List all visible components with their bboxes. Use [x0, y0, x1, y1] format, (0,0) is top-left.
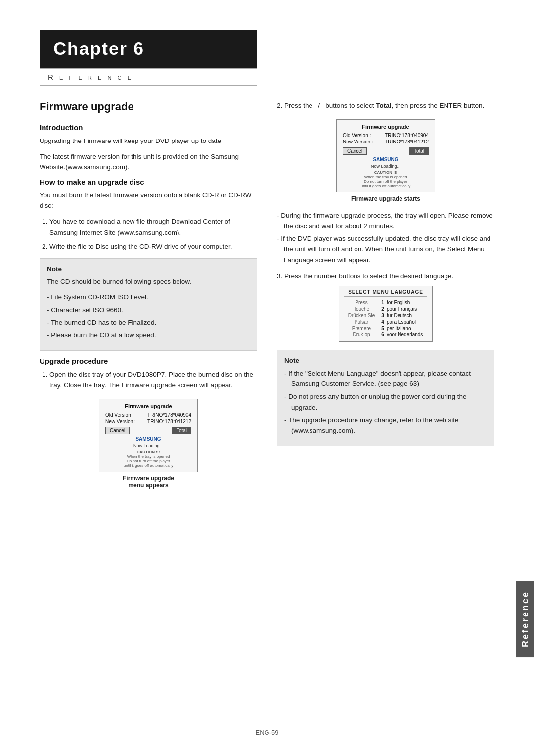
page-footer: ENG-59 [0, 729, 534, 736]
fw-screen1-caption: Firmware upgrademenu appears [40, 475, 257, 489]
note1-list: File System CD-ROM ISO Level. Character … [47, 292, 250, 340]
list-item: Character set ISO 9660. [47, 305, 250, 316]
fw-caution: CAUTION !!! When the tray is opened Do n… [105, 450, 191, 468]
lang-value-5: per Italiano [387, 326, 411, 331]
note2-list: If the "Select Menu Language" doesn't ap… [284, 368, 487, 436]
lang-row-3: Drücken Sie 3 für Deutsch [344, 313, 427, 318]
fw-screen-1-container: Firmware upgrade Old Version : TRINO*178… [40, 399, 257, 489]
lang-value-3: für Deutsch [387, 313, 412, 318]
lang-screen: SELECT MENU LANGUAGE Press 1 for English… [339, 286, 433, 342]
fw2-old-version-row: Old Version : TRINO*178*040904 [343, 133, 429, 138]
intro-p1: Upgrading the Firmware will keep your DV… [40, 136, 257, 146]
section-title: Firmware upgrade [40, 100, 257, 113]
lang-value-4: para Español [387, 319, 416, 325]
lang-num-5: 5 [379, 326, 387, 331]
lang-value-1: for English [387, 300, 410, 305]
lang-label-3: Drücken Sie [344, 313, 379, 318]
page-container: Chapter 6 R e f e r e n c e Firmware upg… [0, 0, 534, 756]
fw-caution-text: CAUTION !!! [137, 450, 160, 454]
fw-screen1-title: Firmware upgrade [105, 403, 191, 409]
fw-caution-sub1: When the tray is opened [127, 454, 170, 459]
during-upgrade-list: During the firmware upgrade process, the… [277, 210, 494, 266]
fw-buttons: Cancel Total [105, 427, 191, 434]
lang-num-1: 1 [379, 300, 387, 305]
fw-cancel-btn: Cancel [105, 427, 130, 434]
note1-title: Note [47, 264, 250, 275]
fw-old-value: TRINO*178*040904 [147, 412, 191, 418]
how-to-title: How to make an upgrade disc [40, 178, 257, 186]
how-to-intro: You must burn the latest firmware versio… [40, 190, 257, 211]
lang-row-5: Premere 5 per Italiano [344, 326, 427, 331]
right-column: 2. Press the / buttons to select Total, … [277, 100, 494, 497]
samsung-logo-2: SAMSUNG [343, 157, 429, 162]
lang-label-5: Premere [344, 326, 379, 331]
list-item: Do not press any button or unplug the po… [284, 391, 487, 413]
lang-row-4: Pulsar 4 para Español [344, 319, 427, 325]
list-item: Please burn the CD at a low speed. [47, 330, 250, 341]
how-to-steps: You have to download a new file through … [40, 216, 257, 252]
fw-caution-sub2: Do not turn off the player [127, 459, 170, 463]
fw2-total-btn: Total [409, 147, 429, 155]
lang-label-1: Press [344, 300, 379, 305]
note1-text: The CD should be burned following specs … [47, 276, 250, 287]
lang-screen-title: SELECT MENU LANGUAGE [344, 289, 427, 297]
page-number: ENG-59 [256, 729, 279, 736]
step3-text: 3. Press the number buttons to select th… [277, 271, 494, 282]
fw2-new-label: New Version : [343, 139, 373, 144]
list-item: File System CD-ROM ISO Level. [47, 292, 250, 303]
samsung-logo: SAMSUNG [105, 436, 191, 442]
fw2-new-value: TRINO*178*041212 [385, 139, 429, 144]
reference-tab: Reference [516, 581, 534, 657]
lang-value-2: pour Français [387, 306, 417, 312]
fw-loading: Now Loading... [105, 443, 191, 448]
fw-old-version-row: Old Version : TRINO*178*040904 [105, 412, 191, 418]
fw2-old-value: TRINO*178*040904 [385, 133, 429, 138]
chapter-title-block: Chapter 6 [40, 30, 257, 68]
fw2-caution-sub1: When the tray is opened [364, 175, 407, 179]
fw-caution-sub3: until it goes off automatically [124, 463, 173, 468]
reference-label: Reference [520, 591, 530, 647]
lang-label-6: Druk op [344, 332, 379, 337]
note2-title: Note [284, 355, 487, 366]
intro-p2: The latest firmware version for this uni… [40, 151, 257, 173]
fw-screen-2: Firmware upgrade Old Version : TRINO*178… [336, 119, 435, 192]
fw-old-label: Old Version : [105, 412, 134, 418]
lang-row-1: Press 1 for English [344, 300, 427, 305]
step2-text: 2. Press the / buttons to select Total, … [277, 100, 494, 111]
chapter-subtitle: R e f e r e n c e [48, 73, 133, 81]
upgrade-proc-title: Upgrade procedure [40, 357, 257, 365]
list-item: The burned CD has to be Finalized. [47, 317, 250, 328]
fw-screen-2-container: Firmware upgrade Old Version : TRINO*178… [277, 119, 494, 202]
chapter-subtitle-block: R e f e r e n c e [40, 68, 257, 86]
fw2-new-version-row: New Version : TRINO*178*041212 [343, 139, 429, 144]
upgrade-steps: Open the disc tray of your DVD1080P7. Pl… [40, 369, 257, 390]
left-column: Firmware upgrade Introduction Upgrading … [40, 100, 257, 497]
lang-num-4: 4 [379, 319, 387, 325]
lang-row-2: Touche 2 pour Français [344, 306, 427, 312]
fw2-caution-text: CAUTION !!! [374, 170, 398, 175]
lang-num-2: 2 [379, 306, 387, 312]
fw-new-value: TRINO*178*041212 [147, 419, 191, 424]
lang-num-6: 6 [379, 332, 387, 337]
fw2-caution-sub3: until it goes off automatically [361, 184, 410, 188]
chapter-title: Chapter 6 [53, 39, 144, 59]
fw2-buttons: Cancel Total [343, 147, 429, 155]
fw-screen2-title: Firmware upgrade [343, 124, 429, 130]
list-item: Open the disc tray of your DVD1080P7. Pl… [49, 369, 257, 390]
note-box-2: Note If the "Select Menu Language" doesn… [277, 350, 494, 446]
list-item: If the DVD player was successfully updat… [277, 234, 494, 266]
fw2-caution: CAUTION !!! When the tray is opened Do n… [343, 170, 429, 188]
list-item: The upgrade procedure may change, refer … [284, 415, 487, 436]
content-area: Firmware upgrade Introduction Upgrading … [40, 100, 494, 497]
lang-label-4: Pulsar [344, 319, 379, 325]
lang-row-6: Druk op 6 voor Nederlands [344, 332, 427, 337]
fw2-old-label: Old Version : [343, 133, 371, 138]
list-item: If the "Select Menu Language" doesn't ap… [284, 368, 487, 389]
fw-screen2-caption: Firmware upgrade starts [277, 195, 494, 202]
list-item: Write the file to Disc using the CD-RW d… [49, 241, 257, 252]
fw-total-btn: Total [172, 427, 191, 434]
lang-label-2: Touche [344, 306, 379, 312]
chapter-header: Chapter 6 R e f e r e n c e [40, 30, 494, 86]
list-item: During the firmware upgrade process, the… [277, 210, 494, 232]
fw-screen-1: Firmware upgrade Old Version : TRINO*178… [99, 399, 198, 472]
